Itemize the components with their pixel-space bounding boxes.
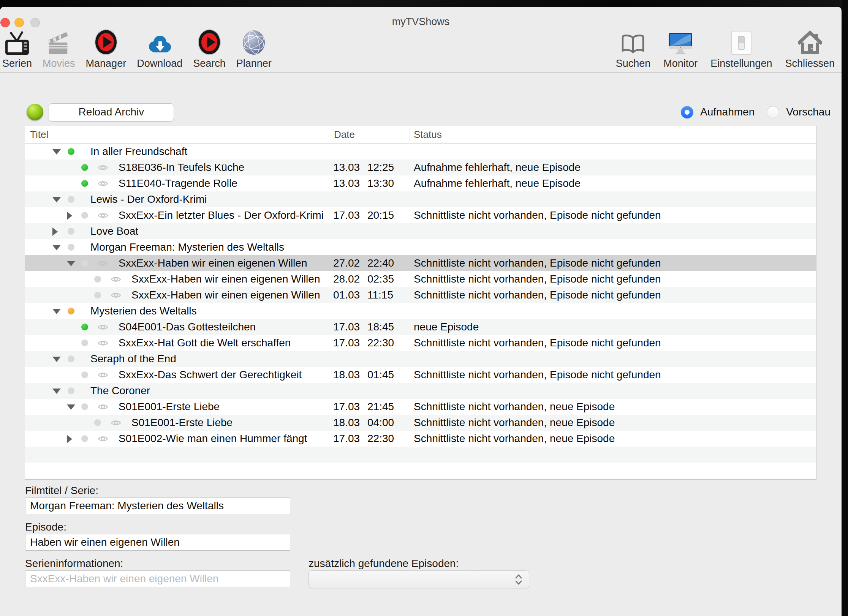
disclosure-triangle-icon[interactable] [67,261,75,266]
column-header-date[interactable]: Date [334,126,355,143]
table-row[interactable]: S01E002-Wie man einen Hummer fängt17.032… [25,431,816,447]
toolbar-movies[interactable]: Movies [43,30,75,69]
toolbar-manager[interactable]: Manager [86,30,127,69]
table-row[interactable]: Mysterien des Weltalls [25,303,816,319]
toolbar-label: Einstellungen [710,58,772,69]
row-date: 01.03 [333,287,360,303]
table-row[interactable]: SxxExx-Das Schwert der Gerechtigkeit18.0… [25,367,816,383]
serieninfo-input[interactable] [25,570,290,587]
disclosure-triangle-icon[interactable] [52,245,61,250]
row-date: 17.03 [333,335,360,351]
zusatz-episoden-label: zusätzlich gefundene Episoden: [309,558,459,570]
status-dot [81,435,88,442]
table-row[interactable]: SxxExx-Haben wir einen eigenen Willen27.… [25,255,816,271]
toolbar-planner[interactable]: Planner [236,30,272,69]
filmtitel-input[interactable] [25,498,290,514]
table-row[interactable]: S04E001-Das Gottesteilchen17.0318:45neue… [25,319,816,335]
column-header-status[interactable]: Status [414,126,442,143]
table-row[interactable]: SxxExx-Haben wir einen eigenen Willen01.… [25,287,816,303]
row-title: Lewis - Der Oxford-Krimi [90,191,207,207]
reload-archiv-button[interactable]: Reload Archiv [49,103,174,122]
radio-vorschau-label: Vorschau [786,106,831,118]
toolbar-einstellungen[interactable]: Einstellungen [710,30,772,69]
toolbar-schliessen[interactable]: Schliessen [785,30,835,69]
status-dot [68,308,74,314]
row-date: 17.03 [333,431,360,447]
toolbar: Serien [0,28,842,73]
radio-aufnahmen[interactable] [681,106,693,118]
row-title: SxxExx-Haben wir einen eigenen Willen [131,271,320,287]
row-title: SxxExx-Das Schwert der Gerechtigkeit [119,367,302,383]
row-title: SxxExx-Haben wir einen eigenen Willen [119,255,307,271]
row-time: 22:30 [367,335,394,351]
row-status: Schnittliste nicht vorhanden, Episode ni… [414,367,661,383]
disclosure-triangle-icon[interactable] [67,212,72,220]
row-time: 01:45 [367,367,394,383]
episode-label: Episode: [25,521,66,533]
table-row[interactable]: The Coroner [25,383,816,399]
cloud-download-icon [147,30,172,55]
table-row[interactable]: S18E036-In Teufels Küche13.0312:25Aufnah… [25,160,816,175]
row-title: S01E001-Erste Liebe [131,415,233,431]
column-header-titel[interactable]: Titel [30,126,48,143]
row-status: Schnittliste nicht vorhanden, Episode ni… [414,271,661,287]
eye-icon [97,164,109,173]
status-dot [81,260,88,267]
disclosure-triangle-icon[interactable] [52,149,61,155]
table-row[interactable]: SxxExx-Hat Gott die Welt erschaffen17.03… [25,335,816,351]
row-time: 22:30 [367,431,394,447]
play-button-icon [94,30,118,55]
row-date: 18.03 [333,415,360,431]
radio-vorschau[interactable] [767,106,779,118]
zusatz-episoden-select[interactable] [309,570,529,588]
toolbar-label: Planner [236,58,272,69]
desktop-edge [842,0,848,616]
table-row[interactable]: Seraph of the End [25,351,816,367]
row-title: S01E002-Wie man einen Hummer fängt [119,431,307,447]
tv-icon [5,30,30,55]
toolbar-serien[interactable]: Serien [2,30,32,69]
row-status: Schnittliste nicht vorhanden, neue Episo… [414,399,615,415]
status-dot [68,244,74,251]
column-divider[interactable] [330,128,330,141]
status-dot [68,355,74,362]
column-divider[interactable] [793,128,793,141]
table-row[interactable]: In aller Freundschaft [25,144,816,160]
row-status: neue Episode [414,319,479,335]
desktop-background: myTVShows Serien [0,0,848,616]
row-date: 27.02 [333,255,360,271]
row-status: Schnittliste nicht vorhanden, Episode ni… [414,287,661,303]
column-divider[interactable] [410,128,410,141]
row-time: 13:30 [367,175,394,191]
table-row[interactable]: Morgan Freeman: Mysterien des Weltalls [25,239,816,255]
table-row[interactable]: S11E040-Tragende Rolle13.0313:30Aufnahme… [25,175,816,191]
titlebar: myTVShows [0,7,842,28]
table-row[interactable]: S01E001-Erste Liebe17.0321:45Schnittlist… [25,399,816,415]
eye-icon [97,180,109,189]
table-row[interactable]: SxxExx-Haben wir einen eigenen Willen28.… [25,271,816,287]
disclosure-triangle-icon[interactable] [52,309,61,314]
radio-aufnahmen-label: Aufnahmen [700,106,755,118]
disclosure-triangle-icon[interactable] [67,435,72,443]
eye-icon [110,419,122,428]
disclosure-triangle-icon[interactable] [52,389,61,394]
disclosure-triangle-icon[interactable] [52,227,58,236]
toolbar-download[interactable]: Download [137,30,182,69]
disclosure-triangle-icon[interactable] [67,404,75,410]
status-dot [68,148,74,155]
status-dot [94,292,101,299]
row-status: Schnittliste nicht vorhanden, Episode ni… [414,335,661,351]
globe-icon [242,30,266,55]
table-row[interactable]: Lewis - Der Oxford-Krimi [25,191,816,207]
row-date: 13.03 [333,160,360,175]
toolbar-monitor[interactable]: Monitor [663,30,698,69]
row-date: 17.03 [333,207,360,223]
disclosure-triangle-icon[interactable] [52,357,61,362]
episode-input[interactable] [25,534,290,551]
toolbar-suchen[interactable]: Suchen [616,30,651,69]
disclosure-triangle-icon[interactable] [52,197,61,202]
table-row[interactable]: Love Boat [25,223,816,239]
toolbar-search[interactable]: Search [193,30,226,69]
table-row[interactable]: SxxExx-Ein letzter Blues - Der Oxford-Kr… [25,207,816,223]
table-row[interactable]: S01E001-Erste Liebe18.0304:00Schnittlist… [25,415,816,431]
